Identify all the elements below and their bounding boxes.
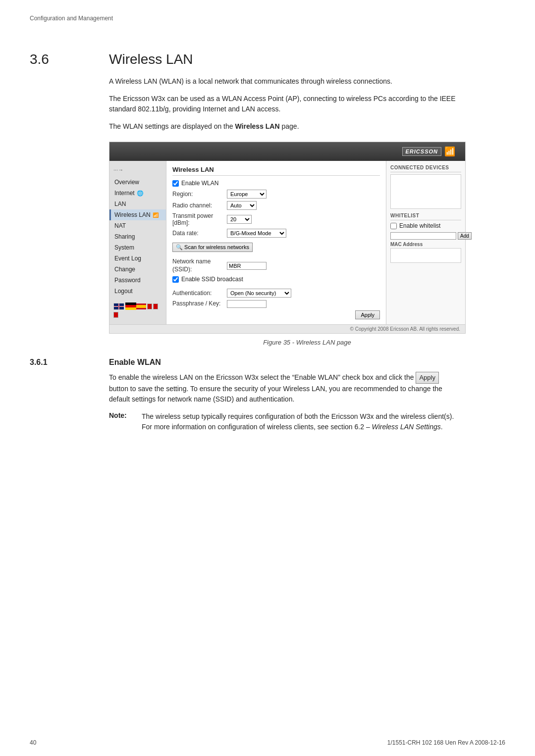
figure-body: ···→ Overview Internet 🌐 LAN Wireless LA… xyxy=(109,161,465,324)
radio-channel-label: Radio channel: xyxy=(172,202,227,209)
flag-other2[interactable] xyxy=(153,303,158,309)
whitelist-title: WHITELIST xyxy=(390,213,461,220)
whitelist-add-input[interactable] xyxy=(390,232,456,240)
authentication-label: Authentication: xyxy=(172,290,227,297)
enable-whitelist-label: Enable whitelist xyxy=(399,222,440,229)
sidebar-label-change: Change xyxy=(114,266,135,273)
figure-main-content: Wireless LAN Enable WLAN Region: Europe … xyxy=(166,161,386,324)
sidebar-item-password[interactable]: Password xyxy=(109,275,166,286)
flag-other3[interactable] xyxy=(113,312,118,318)
sidebar-item-nat[interactable]: NAT xyxy=(109,220,166,231)
radio-channel-select[interactable]: Auto xyxy=(227,201,257,210)
ssid-broadcast-label: Enable SSID broadcast xyxy=(181,276,243,283)
sidebar-item-wireless-lan[interactable]: Wireless LAN 📶 xyxy=(109,209,166,220)
enable-whitelist-row: Enable whitelist xyxy=(390,222,461,229)
search-icon: 🔍 xyxy=(176,244,183,250)
figure-main-title: Wireless LAN xyxy=(172,166,380,176)
enable-wlan-label: Enable WLAN xyxy=(181,180,218,187)
region-row: Region: Europe xyxy=(172,190,380,199)
network-name-label: Network name (SSID): xyxy=(172,258,227,273)
signal-icon: 📶 xyxy=(444,146,455,157)
figure-container: ERICSSON 📶 ···→ Overview Internet 🌐 LAN xyxy=(109,142,466,334)
sidebar-label-overview: Overview xyxy=(114,179,139,186)
enable-wlan-checkbox[interactable] xyxy=(172,180,179,187)
section-number: 3.6 xyxy=(30,51,94,67)
sidebar-label-logout: Logout xyxy=(114,288,133,295)
flag-de[interactable] xyxy=(125,302,135,310)
inline-apply-button[interactable]: Apply xyxy=(416,372,439,384)
note-text-italic: Wireless LAN Settings xyxy=(372,423,441,431)
page-wrapper: Configuration and Management 3.6 Wireles… xyxy=(0,0,535,756)
body1-prefix: To enable the wireless LAN on the Ericss… xyxy=(109,373,416,381)
transmit-power-select[interactable]: 20 xyxy=(227,215,252,224)
authentication-select[interactable]: Open (No security) xyxy=(227,289,291,298)
subsection-header: 3.6.1 Enable WLAN xyxy=(30,358,505,367)
sidebar-label-internet: Internet xyxy=(114,190,135,197)
para3-prefix: The WLAN settings are displayed on the xyxy=(109,122,235,130)
subsection-number: 3.6.1 xyxy=(30,358,109,367)
figure-header: ERICSSON 📶 xyxy=(109,142,465,161)
para3-bold: Wireless LAN xyxy=(235,122,279,130)
doc-reference: 1/1551-CRH 102 168 Uen Rev A 2008-12-16 xyxy=(387,739,505,746)
globe-icon: 🌐 xyxy=(137,190,144,197)
authentication-row: Authentication: Open (No security) xyxy=(172,289,380,298)
whitelist-section: WHITELIST Enable whitelist Add MAC Addre… xyxy=(390,213,461,263)
note-row: Note: The wireless setup typically requi… xyxy=(109,411,456,432)
sidebar-label-system: System xyxy=(114,244,134,251)
sidebar-label-wireless-lan: Wireless LAN xyxy=(114,211,151,218)
page-footer: 40 1/1551-CRH 102 168 Uen Rev A 2008-12-… xyxy=(30,739,505,746)
sidebar-label-password: Password xyxy=(114,277,141,284)
sidebar-item-system[interactable]: System xyxy=(109,242,166,253)
transmit-power-label: Transmit power [dBm]: xyxy=(172,212,227,226)
sidebar-item-logout[interactable]: Logout xyxy=(109,286,166,297)
scan-row: 🔍 Scan for wireless networks xyxy=(172,241,380,255)
ssid-broadcast-checkbox[interactable] xyxy=(172,276,179,283)
sidebar-item-eventlog[interactable]: Event Log xyxy=(109,253,166,264)
mac-address-box xyxy=(390,248,461,263)
scan-button[interactable]: 🔍 Scan for wireless networks xyxy=(172,243,253,252)
passphrase-input[interactable] xyxy=(227,300,267,308)
section-title: Wireless LAN xyxy=(109,51,193,67)
figure-footer: © Copyright 2008 Ericsson AB. All rights… xyxy=(109,324,465,333)
network-name-row: Network name (SSID): xyxy=(172,258,380,273)
region-label: Region: xyxy=(172,191,227,198)
enable-whitelist-checkbox[interactable] xyxy=(390,223,397,229)
section-para3: The WLAN settings are displayed on the W… xyxy=(109,121,456,132)
note-text-end: . xyxy=(441,423,443,431)
data-rate-select[interactable]: B/G-Mixed Mode xyxy=(227,229,286,238)
apply-button[interactable]: Apply xyxy=(355,310,380,319)
flag-uk[interactable] xyxy=(113,303,124,310)
add-button[interactable]: Add xyxy=(458,232,472,240)
flag-es[interactable] xyxy=(136,303,146,309)
sidebar-item-sharing[interactable]: Sharing xyxy=(109,231,166,242)
enable-wlan-row: Enable WLAN xyxy=(172,180,380,187)
note-text: The wireless setup typically requires co… xyxy=(142,411,456,432)
region-select[interactable]: Europe xyxy=(227,190,267,199)
subsection-body: To enable the wireless LAN on the Ericss… xyxy=(109,372,456,404)
nav-arrow-icon: ···→ xyxy=(113,167,123,173)
section-para2: The Ericsson W3x can be used as a WLAN A… xyxy=(109,94,456,114)
sidebar-label-nat: NAT xyxy=(114,222,126,229)
sidebar-item-internet[interactable]: Internet 🌐 xyxy=(109,188,166,199)
transmit-power-row: Transmit power [dBm]: 20 xyxy=(172,212,380,226)
passphrase-row: Passphrase / Key: xyxy=(172,300,380,308)
page-number: 40 xyxy=(30,739,36,746)
ssid-broadcast-row: Enable SSID broadcast xyxy=(172,276,380,283)
add-row: Add xyxy=(390,232,461,240)
scan-button-label: Scan for wireless networks xyxy=(184,244,249,250)
connected-devices-box xyxy=(390,174,461,209)
sidebar-item-overview[interactable]: Overview xyxy=(109,177,166,188)
note-label: Note: xyxy=(109,411,134,432)
copyright-text: © Copyright 2008 Ericsson AB. All rights… xyxy=(350,326,460,332)
sidebar-item-change[interactable]: Change xyxy=(109,264,166,275)
sidebar-item-lan[interactable]: LAN xyxy=(109,199,166,209)
data-rate-label: Data rate: xyxy=(172,230,227,237)
connected-devices-title: CONNECTED DEVICES xyxy=(390,165,461,172)
passphrase-label: Passphrase / Key: xyxy=(172,300,227,308)
ericsson-logo: ERICSSON xyxy=(402,147,441,156)
flag-other1[interactable] xyxy=(147,303,152,309)
figure-sidebar: ···→ Overview Internet 🌐 LAN Wireless LA… xyxy=(109,161,166,324)
wifi-icon: 📶 xyxy=(153,212,159,218)
subsection-title: Enable WLAN xyxy=(109,358,161,367)
network-name-input[interactable] xyxy=(227,262,267,270)
